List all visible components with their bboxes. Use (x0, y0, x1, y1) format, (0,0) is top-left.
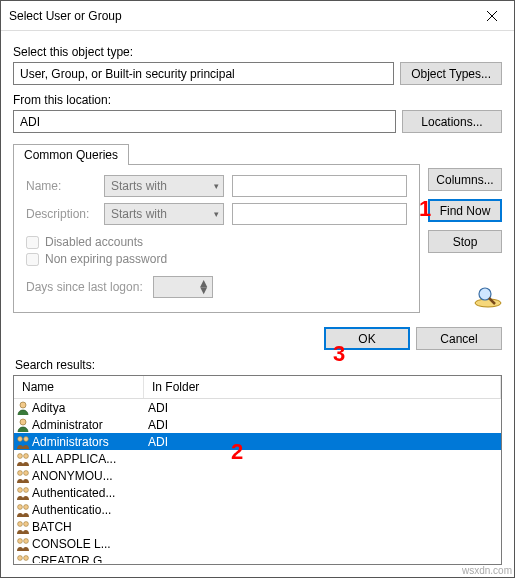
result-folder: ADI (144, 418, 501, 432)
close-icon (487, 11, 497, 21)
table-row[interactable]: CREATOR G... (14, 552, 501, 563)
result-name: ANONYMOU... (32, 469, 144, 483)
search-results: Name In Folder AdityaADIAdministratorADI… (13, 375, 502, 565)
disabled-accounts-label: Disabled accounts (45, 235, 143, 249)
group-icon (14, 485, 32, 501)
name-match-select[interactable]: Starts with ▾ (104, 175, 224, 197)
table-row[interactable]: ALL APPLICA... (14, 450, 501, 467)
description-label: Description: (26, 207, 96, 221)
description-input[interactable] (232, 203, 407, 225)
result-name: Administrator (32, 418, 144, 432)
table-row[interactable]: ANONYMOU... (14, 467, 501, 484)
svg-point-15 (18, 504, 23, 509)
group-icon (14, 553, 32, 564)
result-name: CREATOR G... (32, 554, 144, 564)
non-expiring-label: Non expiring password (45, 252, 167, 266)
columns-button[interactable]: Columns... (428, 168, 502, 191)
close-button[interactable] (469, 1, 514, 30)
result-name: Authenticated... (32, 486, 144, 500)
ok-button[interactable]: OK (324, 327, 410, 350)
group-icon (14, 519, 32, 535)
group-icon (14, 434, 32, 450)
result-name: ALL APPLICA... (32, 452, 144, 466)
svg-point-13 (18, 487, 23, 492)
description-match-select[interactable]: Starts with ▾ (104, 203, 224, 225)
svg-point-18 (24, 521, 29, 526)
results-header: Name In Folder (14, 376, 501, 399)
non-expiring-checkbox[interactable]: Non expiring password (26, 252, 407, 266)
result-folder: ADI (144, 435, 501, 449)
spinner-arrows-icon: ▲▼ (198, 280, 210, 294)
cancel-button[interactable]: Cancel (416, 327, 502, 350)
name-label: Name: (26, 179, 96, 193)
from-location-label: From this location: (13, 93, 502, 107)
object-type-field[interactable] (13, 62, 394, 85)
svg-point-21 (18, 555, 23, 560)
object-types-button[interactable]: Object Types... (400, 62, 502, 85)
days-since-label: Days since last logon: (26, 280, 143, 294)
svg-point-5 (20, 402, 26, 408)
find-now-button[interactable]: Find Now (428, 199, 502, 222)
group-icon (14, 451, 32, 467)
table-row[interactable]: AdministratorsADI (14, 433, 501, 450)
days-since-spinner[interactable]: ▲▼ (153, 276, 213, 298)
svg-point-16 (24, 504, 29, 509)
disabled-accounts-input[interactable] (26, 236, 39, 249)
watermark: wsxdn.com (462, 565, 512, 576)
search-icon (474, 286, 502, 311)
table-row[interactable]: CONSOLE L... (14, 535, 501, 552)
group-icon (14, 502, 32, 518)
table-row[interactable]: BATCH (14, 518, 501, 535)
result-name: Administrators (32, 435, 144, 449)
column-header-folder[interactable]: In Folder (144, 376, 501, 398)
result-folder: ADI (144, 401, 501, 415)
svg-point-7 (18, 436, 23, 441)
titlebar: Select User or Group (1, 1, 514, 31)
search-results-label: Search results: (15, 358, 502, 372)
dialog-window: Select User or Group Select this object … (0, 0, 515, 578)
result-name: Aditya (32, 401, 144, 415)
svg-point-22 (24, 555, 29, 560)
non-expiring-input[interactable] (26, 253, 39, 266)
result-name: Authenticatio... (32, 503, 144, 517)
locations-button[interactable]: Locations... (402, 110, 502, 133)
result-name: BATCH (32, 520, 144, 534)
user-icon (14, 400, 32, 416)
stop-button[interactable]: Stop (428, 230, 502, 253)
table-row[interactable]: AdministratorADI (14, 416, 501, 433)
chevron-down-icon: ▾ (214, 209, 219, 219)
disabled-accounts-checkbox[interactable]: Disabled accounts (26, 235, 407, 249)
svg-point-8 (24, 436, 29, 441)
svg-point-10 (24, 453, 29, 458)
window-title: Select User or Group (9, 9, 469, 23)
svg-point-9 (18, 453, 23, 458)
tab-common-queries[interactable]: Common Queries (13, 144, 129, 165)
group-icon (14, 468, 32, 484)
user-icon (14, 417, 32, 433)
svg-point-19 (18, 538, 23, 543)
svg-point-2 (475, 299, 501, 307)
svg-point-12 (24, 470, 29, 475)
result-name: CONSOLE L... (32, 537, 144, 551)
column-header-name[interactable]: Name (14, 376, 144, 398)
chevron-down-icon: ▾ (214, 181, 219, 191)
table-row[interactable]: Authenticatio... (14, 501, 501, 518)
svg-point-20 (24, 538, 29, 543)
name-input[interactable] (232, 175, 407, 197)
results-body[interactable]: AdityaADIAdministratorADIAdministratorsA… (14, 399, 501, 563)
object-type-label: Select this object type: (13, 45, 502, 59)
common-queries-panel: Name: Starts with ▾ Description: Starts … (13, 164, 420, 313)
svg-point-11 (18, 470, 23, 475)
table-row[interactable]: AdityaADI (14, 399, 501, 416)
svg-point-14 (24, 487, 29, 492)
svg-point-6 (20, 419, 26, 425)
name-match-value: Starts with (111, 179, 167, 193)
group-icon (14, 536, 32, 552)
location-field[interactable] (13, 110, 396, 133)
description-match-value: Starts with (111, 207, 167, 221)
svg-point-17 (18, 521, 23, 526)
table-row[interactable]: Authenticated... (14, 484, 501, 501)
